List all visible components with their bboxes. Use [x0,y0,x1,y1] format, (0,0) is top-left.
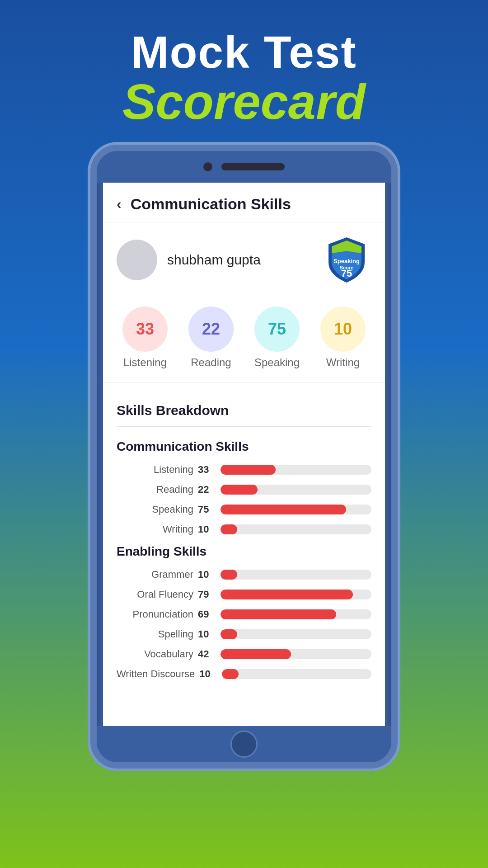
bar-fill [221,570,237,580]
bar-item: Spelling 10 [117,628,371,640]
screen-content: ‹ Communication Skills shubham gupta [103,183,385,726]
score-label-writing: Writing [326,356,360,369]
profile-left: shubham gupta [117,240,261,280]
bar-item: Listening 33 [117,464,371,476]
username: shubham gupta [167,252,261,268]
phone-frame: ‹ Communication Skills shubham gupta [90,145,398,769]
comm-skills-title: Communication Skills [117,439,371,454]
score-item-listening: 33 Listening [122,307,168,369]
bar-item: Written Discourse 10 [117,668,371,680]
score-item-reading: 22 Reading [188,307,234,369]
bar-track [221,629,371,639]
bar-fill [221,609,336,619]
header-line2: Scorecard [122,77,366,127]
back-button[interactable]: ‹ [117,196,122,212]
enabling-bars: Grammer 10 Oral Fluency 79 Pronunciation… [117,569,371,680]
score-item-speaking: 75 Speaking [254,307,300,369]
bar-fill [221,524,237,534]
bar-track [221,570,371,580]
bar-label: Listening [117,464,193,476]
bar-item: Oral Fluency 79 [117,589,371,600]
bar-item: Grammer 10 [117,569,371,580]
score-circle-speaking: 75 [254,307,300,352]
bar-track [221,649,371,659]
bar-item: Speaking 75 [117,504,371,515]
nav-title: Communication Skills [131,195,291,213]
bar-track [221,485,371,495]
score-badge: Speaking Score 75 [322,235,371,285]
score-circle-writing: 10 [320,307,366,352]
bar-value: 22 [198,484,216,495]
bar-value: 33 [198,464,216,476]
profile-section: shubham gupta Speaking Score 75 [103,222,385,297]
badge-shield-svg: Speaking Score 75 [322,235,371,285]
score-item-writing: 10 Writing [320,307,366,369]
bar-item: Reading 22 [117,484,371,495]
breakdown-title: Skills Breakdown [117,403,371,418]
phone-screen: ‹ Communication Skills shubham gupta [103,183,385,726]
bar-label: Vocabulary [117,648,193,660]
bar-fill [221,485,258,495]
bar-fill [222,669,239,679]
bar-label: Written Discourse [117,668,195,680]
bar-track [222,669,371,679]
bar-value: 75 [198,504,216,515]
score-circle-listening: 33 [122,307,168,352]
divider [117,426,371,427]
bar-value: 10 [198,524,216,535]
enabling-skills-title: Enabling Skills [117,544,371,559]
phone-top-bar [97,151,391,183]
bar-item: Vocabulary 42 [117,648,371,660]
bar-label: Speaking [117,504,193,515]
camera-dot [203,162,212,171]
bar-label: Reading [117,484,193,495]
avatar [117,240,157,280]
score-label-reading: Reading [191,356,231,369]
header-section: Mock Test Scorecard [122,0,366,140]
bar-value: 10 [198,628,216,640]
score-label-listening: Listening [123,356,167,369]
bar-track [221,524,371,534]
bar-item: Writing 10 [117,524,371,535]
bar-fill [221,505,346,514]
bar-fill [221,590,353,599]
bar-label: Spelling [117,628,193,640]
bar-track [221,505,371,514]
bar-label: Pronunciation [117,609,193,620]
bar-label: Grammer [117,569,193,580]
score-label-speaking: Speaking [254,356,300,369]
enabling-skills: Enabling Skills Grammer 10 Oral Fluency … [117,544,371,680]
bar-fill [221,465,276,475]
bar-label: Oral Fluency [117,589,193,600]
score-circle-reading: 22 [188,307,234,352]
bar-fill [221,649,291,659]
speaker-bar [221,163,285,170]
bar-fill [221,629,237,639]
bar-track [221,609,371,619]
phone-bottom-bar [97,726,391,762]
bar-item: Pronunciation 69 [117,609,371,620]
breakdown-section: Skills Breakdown Communication Skills Li… [103,389,385,702]
bar-label: Writing [117,524,193,535]
comm-bars: Listening 33 Reading 22 Speaking 75 [117,464,371,535]
home-button[interactable] [230,731,258,758]
nav-bar: ‹ Communication Skills [103,183,385,222]
svg-text:Speaking: Speaking [333,258,360,264]
scores-row: 33 Listening 22 Reading 75 [103,297,385,383]
svg-text:75: 75 [341,268,352,279]
bar-value: 69 [198,609,216,620]
bar-value: 79 [198,589,216,600]
bar-track [221,465,371,475]
bar-value: 10 [198,569,216,580]
bar-value: 42 [198,648,216,660]
bar-track [221,590,371,599]
header-line1: Mock Test [122,27,366,77]
phone-wrapper: ‹ Communication Skills shubham gupta [90,145,398,769]
bar-value: 10 [199,668,217,680]
